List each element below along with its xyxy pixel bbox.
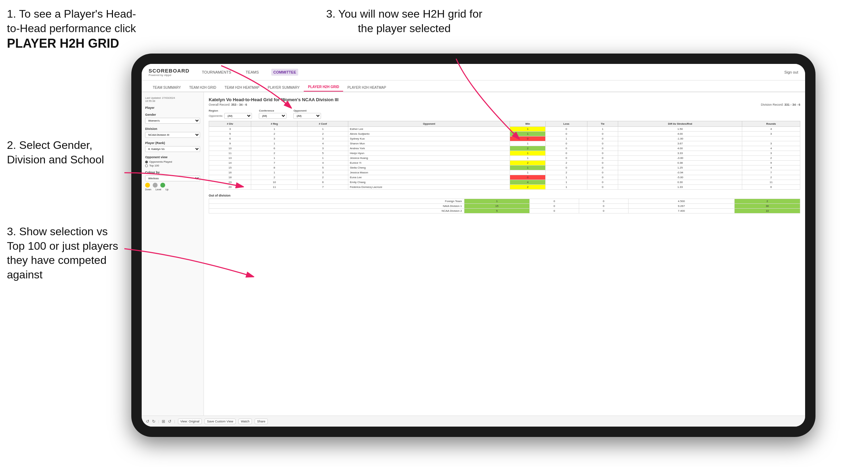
th-conf: # Conf [298,121,348,127]
sidebar: Last Updated: 27/03/2024 16:55:38 Player… [142,92,204,416]
ood-cell-tie: 0 [579,199,628,204]
sidebar-division-section: Division NCAA Division III [145,127,200,138]
table-cell-reg: 1 [251,127,298,132]
table-cell-div: 15 [209,165,251,170]
region-select[interactable]: (All) [224,113,252,119]
subnav-team-summary[interactable]: TEAM SUMMARY [149,84,185,92]
opponent-view-label: Opponent view [145,155,200,159]
table-cell-conf: 4 [298,141,348,146]
share-btn[interactable]: Share [255,419,268,424]
data-table: # Div # Reg # Conf Opponent Win Loss Tie… [209,121,800,190]
table-cell-rounds: 4 [742,146,800,151]
table-cell-rounds: 3 [742,141,800,146]
undo-icon[interactable]: ↺ [146,419,149,424]
colour-by-select[interactable]: Win/loss [145,175,200,181]
tools-icon[interactable]: ⊞ [162,419,165,424]
legend-up: Up [166,188,169,191]
th-win: Win [510,121,546,127]
table-cell-loss: 2 [546,170,587,175]
sign-out-link[interactable]: Sign out [784,70,798,74]
table-cell-rounds: 3 [742,151,800,156]
table-cell-conf: 1 [298,156,348,161]
table-cell-tie: 0 [587,165,618,170]
opponent-select[interactable]: (All) [293,113,321,119]
logo-area: SCOREBOARD Powered by clippd [149,68,189,77]
table-cell-div: 18 [209,175,251,180]
table-cell-tie: 0 [587,156,618,161]
table-cell-reg: 3 [251,136,298,141]
table-cell-loss: 0 [546,156,587,161]
table-cell-diff: 1.25 [618,165,742,170]
gender-select[interactable]: Women's [145,118,200,124]
table-cell-div: 9 [209,141,251,146]
table-cell-reg: 6 [251,146,298,151]
watch-btn[interactable]: Watch [238,419,252,424]
ood-cell-label: NAIA Division 1 [209,204,464,209]
legend-level: Level [155,188,161,191]
table-cell-div: 10 [209,146,251,151]
table-cell-div: 5 [209,132,251,136]
table-cell-tie: 0 [587,151,618,156]
division-select[interactable]: NCAA Division III [145,132,200,138]
subnav-player-h2h-heatmap[interactable]: PLAYER H2H HEATMAP [343,84,390,92]
save-custom-btn[interactable]: Save Custom View [205,419,236,424]
table-cell-tie: 0 [587,146,618,151]
table-cell-win: 1 [510,165,546,170]
nav-committee[interactable]: COMMITTEE [271,69,298,76]
table-cell-conf: 2 [298,132,348,136]
subnav-player-summary[interactable]: PLAYER SUMMARY [264,84,304,92]
refresh-icon[interactable]: ↺ [168,419,171,424]
table-cell-opponent: Andrea York [348,146,510,151]
radio1-label: Opponents Played [149,160,172,163]
player-rank-select[interactable]: 8. Katelyn Vo [145,146,200,152]
radio2-label: Top 100 [149,164,159,167]
redo-icon[interactable]: ↻ [152,419,155,424]
nav-teams[interactable]: TEAMS [244,69,261,76]
legend-down: Down [145,188,151,191]
table-cell-win: 2 [510,146,546,151]
ood-cell-tie: 0 [579,209,628,213]
table-cell-loss: 0 [546,132,587,136]
table-cell-win: 0 [510,136,546,141]
table-cell-loss: 1 [546,136,587,141]
radio-opponents-played[interactable]: Opponents Played [145,160,200,163]
step3-left-text: 3. Show selection vs Top 100 or just pla… [7,225,118,281]
conference-select[interactable]: (All) [259,113,286,119]
table-cell-loss: 1 [546,180,587,185]
ood-cell-label: Foreign Team [209,199,464,204]
table-cell-tie: 0 [587,185,618,190]
content-title: Katelyn Vo Head-to-Head Grid for Women's… [209,97,800,102]
table-cell-win: 1 [510,170,546,175]
table-cell-opponent: Sydney Kuo [348,136,510,141]
table-cell-diff: 3.33 [618,151,742,156]
out-of-division-label: Out of division [209,194,800,197]
table-cell-opponent: Esther Lee [348,127,510,132]
nav-tournaments[interactable]: TOURNAMENTS [200,69,233,76]
subnav-team-h2h-grid[interactable]: TEAM H2H GRID [185,84,220,92]
sidebar-division-label: Division [145,127,200,131]
subnav-player-h2h-grid[interactable]: PLAYER H2H GRID [304,83,343,92]
table-cell-rounds: 9 [742,161,800,165]
colour-by-label: Colour by [145,171,200,174]
table-cell-opponent: Jessica Huang [348,156,510,161]
ood-cell-loss: 0 [530,199,579,204]
table-cell-opponent: Emily Chang [348,180,510,185]
table-cell-tie: 0 [587,161,618,165]
colour-dot-level [153,183,158,188]
table-cell-loss: 0 [546,146,587,151]
view-original-btn[interactable]: View: Original [178,419,202,424]
sidebar-player-rank-section: Player (Rank) 8. Katelyn Vo [145,141,200,152]
table-cell-opponent: Jessica Mason [348,170,510,175]
sidebar-player-rank-label: Player (Rank) [145,141,200,145]
table-cell-win: 2 [510,161,546,165]
content-area: Katelyn Vo Head-to-Head Grid for Women's… [204,92,805,416]
table-cell-reg: 7 [251,161,298,165]
table-cell-tie: 1 [587,127,618,132]
nav-bar: SCOREBOARD Powered by clippd TOURNAMENTS… [142,64,805,80]
table-cell-loss: 0 [546,165,587,170]
table-cell-opponent: Alexis Sudjianto [348,132,510,136]
subnav-team-h2h-heatmap[interactable]: TEAM H2H HEATMAP [220,84,264,92]
radio-top100[interactable]: Top 100 [145,164,200,167]
colour-dot-down [145,183,150,188]
opponent-label: Opponent [293,109,321,112]
